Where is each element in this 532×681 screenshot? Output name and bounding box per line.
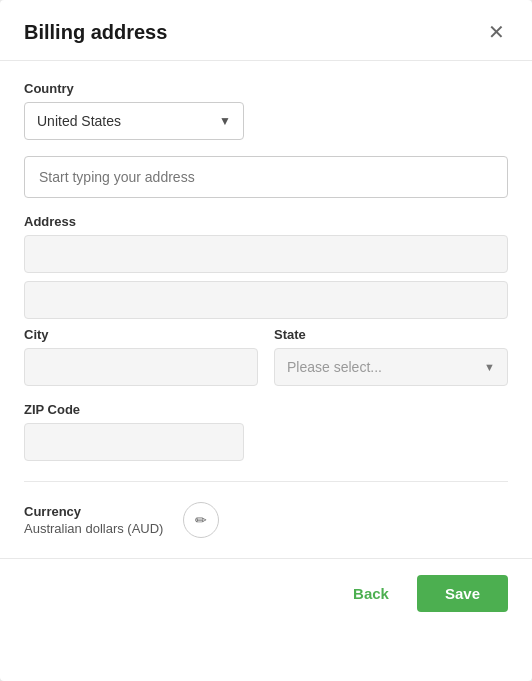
close-button[interactable]: ✕	[484, 20, 508, 44]
currency-section: Currency Australian dollars (AUD) ✏	[24, 502, 508, 538]
address-search-input[interactable]	[24, 156, 508, 198]
currency-value: Australian dollars (AUD)	[24, 521, 163, 536]
state-group: State Please select... ▼	[274, 327, 508, 386]
edit-currency-button[interactable]: ✏	[183, 502, 219, 538]
modal-body: Country United States ▼ Address City Sta…	[0, 61, 532, 558]
city-input[interactable]	[24, 348, 258, 386]
modal-header: Billing address ✕	[0, 0, 532, 61]
zip-label: ZIP Code	[24, 402, 508, 417]
address-line1-input[interactable]	[24, 235, 508, 273]
currency-info: Currency Australian dollars (AUD)	[24, 504, 163, 536]
city-group: City	[24, 327, 258, 386]
country-select[interactable]: United States ▼	[24, 102, 244, 140]
city-state-row: City State Please select... ▼	[24, 327, 508, 386]
modal-footer: Back Save	[0, 558, 532, 628]
address-fields-section: Address	[24, 214, 508, 327]
zip-input[interactable]	[24, 423, 244, 461]
state-chevron-icon: ▼	[484, 361, 495, 373]
currency-label: Currency	[24, 504, 163, 519]
state-select[interactable]: Please select... ▼	[274, 348, 508, 386]
state-label: State	[274, 327, 508, 342]
billing-address-modal: Billing address ✕ Country United States …	[0, 0, 532, 681]
city-label: City	[24, 327, 258, 342]
country-value: United States	[37, 113, 121, 129]
close-icon: ✕	[488, 22, 505, 42]
chevron-down-icon: ▼	[219, 114, 231, 128]
address-line2-input[interactable]	[24, 281, 508, 319]
save-button[interactable]: Save	[417, 575, 508, 612]
pencil-icon: ✏	[195, 512, 207, 528]
country-label: Country	[24, 81, 508, 96]
country-group: Country United States ▼	[24, 81, 508, 140]
address-label: Address	[24, 214, 508, 229]
section-divider	[24, 481, 508, 482]
state-placeholder: Please select...	[287, 359, 382, 375]
modal-title: Billing address	[24, 21, 167, 44]
zip-group: ZIP Code	[24, 402, 508, 461]
back-button[interactable]: Back	[341, 577, 401, 610]
